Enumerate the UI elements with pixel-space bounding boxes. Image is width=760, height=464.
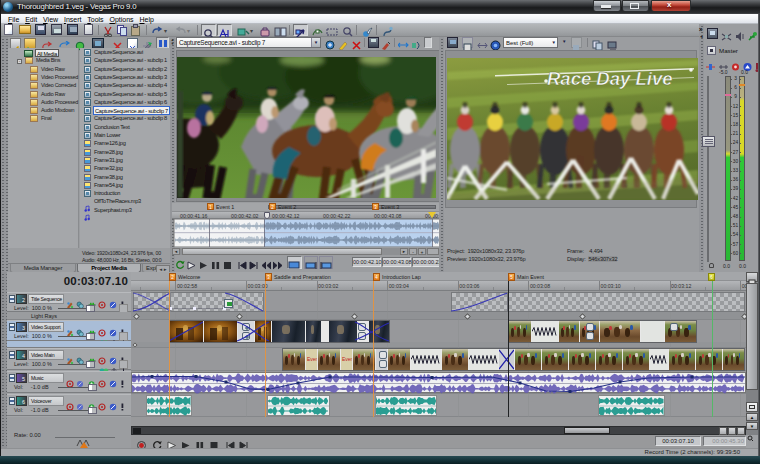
svg-text:Race Day Live: Race Day Live — [547, 68, 672, 89]
